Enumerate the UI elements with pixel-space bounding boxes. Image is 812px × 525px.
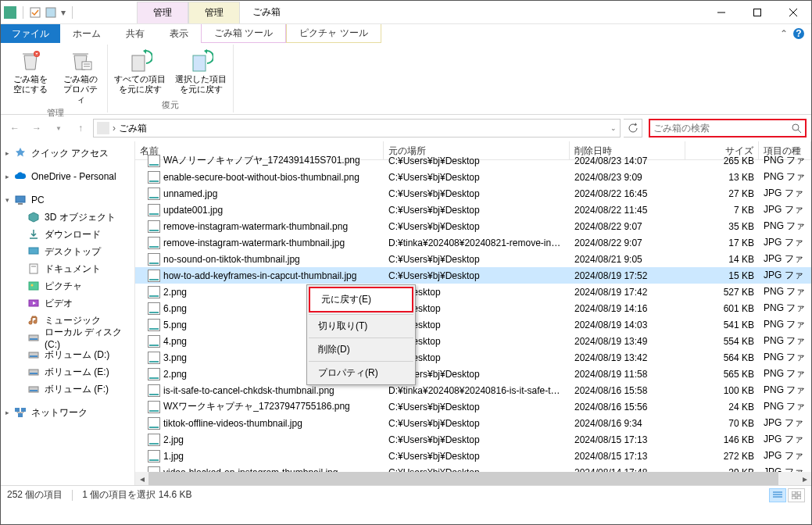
file-row[interactable]: remove-instagram-watermark-thumbnail.png… xyxy=(135,218,811,234)
ribbon-restore-selected[interactable]: 選択した項目 を元に戻す xyxy=(172,45,230,99)
sidebar-item[interactable]: ボリューム (E:) xyxy=(1,363,134,380)
file-row[interactable]: video-blocked-on-instagram-thumbnail.jpg… xyxy=(135,464,811,472)
view-thumbnails-button[interactable] xyxy=(788,488,805,502)
folder-icon xyxy=(27,245,40,258)
search-box[interactable] xyxy=(649,119,807,138)
file-row[interactable]: how-to-add-keyframes-in-capcut-thumbnail… xyxy=(135,267,811,284)
file-icon xyxy=(148,417,160,430)
ribbon-collapse-icon[interactable]: ⌃ xyxy=(780,28,788,39)
file-icon xyxy=(148,434,160,446)
file-row[interactable]: 3.png¥bj¥Desktop2024/08/19 13:42564 KBPN… xyxy=(135,349,811,366)
svg-text:?: ? xyxy=(796,28,801,39)
context-cut[interactable]: 切り取り(T) xyxy=(307,315,415,338)
folder-icon xyxy=(27,280,40,292)
maximize-button[interactable] xyxy=(739,1,775,24)
sidebar-onedrive[interactable]: ▸ OneDrive - Personal xyxy=(1,168,134,185)
svg-rect-16 xyxy=(16,196,25,202)
file-row[interactable]: no-sound-on-tiktok-thumbnail.jpgC:¥Users… xyxy=(135,251,811,267)
file-row[interactable]: 5.png¥bj¥Desktop2024/08/19 14:03541 KBPN… xyxy=(135,316,811,333)
file-row[interactable]: is-it-safe-to-cancel-chkdsk-thumbnail.pn… xyxy=(135,382,811,398)
file-row[interactable]: 4.png¥bj¥Desktop2024/08/19 13:49554 KBPN… xyxy=(135,333,811,349)
file-icon xyxy=(148,352,160,364)
nav-back[interactable]: ← xyxy=(5,119,24,138)
svg-rect-25 xyxy=(30,338,38,340)
file-row[interactable]: enable-secure-boot-without-bios-thumbnai… xyxy=(135,169,811,185)
svg-rect-31 xyxy=(30,390,38,391)
context-properties[interactable]: プロパティ(R) xyxy=(307,362,415,384)
sidebar-quick-access[interactable]: ▸ クイック アクセス xyxy=(1,145,134,162)
search-icon[interactable] xyxy=(791,123,802,134)
file-row[interactable]: remove-instagram-watermark-thumbnail.jpg… xyxy=(135,234,811,251)
view-details-button[interactable] xyxy=(769,488,786,502)
folder-icon xyxy=(27,331,40,344)
refresh-button[interactable] xyxy=(624,119,642,138)
breadcrumb-location[interactable]: ごみ箱 xyxy=(119,122,147,135)
file-row[interactable]: 6.png¥bj¥Desktop2024/08/19 14:16601 KBPN… xyxy=(135,300,811,316)
scroll-right-icon[interactable]: ▸ xyxy=(798,472,811,485)
qat-item-icon[interactable] xyxy=(45,7,56,18)
file-icon xyxy=(148,319,160,331)
file-row[interactable]: unnamed.jpgC:¥Users¥bj¥Desktop2024/08/22… xyxy=(135,185,811,202)
qat-checkbox-icon[interactable] xyxy=(30,7,41,18)
tab-recycle-tools[interactable]: ごみ箱 ツール xyxy=(201,24,286,43)
tab-share[interactable]: 共有 xyxy=(113,24,157,43)
file-row[interactable]: tiktok-offline-videos-thumbnail.jpgC:¥Us… xyxy=(135,415,811,431)
statusbar: 252 個の項目 1 個の項目を選択 14.6 KB xyxy=(1,485,811,504)
sidebar-item[interactable]: ビデオ xyxy=(1,295,134,312)
svg-rect-3 xyxy=(754,9,761,16)
file-row[interactable]: 1.jpgC:¥Users¥bj¥Desktop2024/08/15 17:13… xyxy=(135,448,811,464)
scroll-thumb[interactable] xyxy=(148,472,778,485)
breadcrumb-separator-icon[interactable]: › xyxy=(109,123,119,134)
help-icon[interactable]: ? xyxy=(792,27,805,40)
close-button[interactable] xyxy=(775,1,811,24)
sidebar-item[interactable]: 3D オブジェクト xyxy=(1,209,134,226)
file-row[interactable]: WAノリーノキャノブヤ_1724391415S701.pngC:¥Users¥b… xyxy=(135,152,811,169)
sidebar-item[interactable]: ドキュメント xyxy=(1,260,134,277)
cloud-icon xyxy=(14,170,27,183)
file-row[interactable]: WXワークキャプチャ_17237947755186.pngC:¥Users¥bj… xyxy=(135,398,811,415)
file-icon xyxy=(148,368,160,380)
sidebar-network[interactable]: ▸ ネットワーク xyxy=(1,404,134,421)
navigation-bar: ← → ▼ ↑ › ごみ箱 ⌄ xyxy=(1,115,811,141)
context-delete[interactable]: 削除(D) xyxy=(307,338,415,361)
sidebar-pc[interactable]: ▾ PC xyxy=(1,191,134,209)
file-icon xyxy=(148,286,160,298)
context-restore[interactable]: 元に戻す(E) xyxy=(309,287,413,312)
tab-home[interactable]: ホーム xyxy=(60,24,113,43)
tab-picture-tools[interactable]: ピクチャ ツール xyxy=(286,24,381,43)
contextual-tab-manage-2[interactable]: 管理 xyxy=(188,2,240,23)
file-icon xyxy=(148,335,160,348)
contextual-tab-manage-1[interactable]: 管理 xyxy=(137,2,188,23)
horizontal-scrollbar[interactable]: ◂ ▸ xyxy=(135,472,811,485)
sidebar-item[interactable]: ボリューム (F:) xyxy=(1,380,134,398)
nav-up[interactable]: ↑ xyxy=(71,119,90,138)
tab-view[interactable]: 表示 xyxy=(157,24,201,43)
file-row[interactable]: update001.jpgC:¥Users¥bj¥Desktop2024/08/… xyxy=(135,202,811,218)
ribbon-bin-properties[interactable]: ごみ箱の プロパティ xyxy=(57,45,104,107)
folder-icon xyxy=(27,262,40,275)
file-row[interactable]: 2.pngC:¥Users¥bj¥Desktop2024/08/19 11:58… xyxy=(135,366,811,382)
nav-recent-dropdown[interactable]: ▼ xyxy=(49,119,68,138)
svg-rect-17 xyxy=(18,203,23,205)
file-icon xyxy=(148,155,160,167)
file-icon xyxy=(148,171,160,184)
minimize-button[interactable] xyxy=(703,1,739,24)
sidebar-item[interactable]: ダウンロード xyxy=(1,226,134,243)
tab-file[interactable]: ファイル xyxy=(1,24,60,43)
file-row[interactable]: 2.jpgC:¥Users¥bj¥Desktop2024/08/15 17:13… xyxy=(135,431,811,448)
address-dropdown-icon[interactable]: ⌄ xyxy=(610,124,617,132)
sidebar-item[interactable]: デスクトップ xyxy=(1,243,134,260)
file-icon xyxy=(148,302,160,315)
address-bar[interactable]: › ごみ箱 ⌄ xyxy=(93,119,621,138)
sidebar-item[interactable]: ピクチャ xyxy=(1,277,134,295)
file-icon xyxy=(148,384,160,397)
nav-forward[interactable]: → xyxy=(27,119,46,138)
ribbon-empty-bin[interactable]: ごみ箱を 空にする xyxy=(7,45,54,107)
search-input[interactable] xyxy=(653,123,791,134)
sidebar-item[interactable]: ローカル ディスク (C:) xyxy=(1,329,134,346)
ribbon-restore-all[interactable]: すべての項目 を元に戻す xyxy=(111,45,169,99)
context-menu: 元に戻す(E) 切り取り(T) 削除(D) プロパティ(R) xyxy=(306,284,416,385)
qat-dropdown-icon[interactable]: ▾ xyxy=(61,7,66,18)
scroll-left-icon[interactable]: ◂ xyxy=(135,472,148,485)
file-row[interactable]: 2.png¥bj¥Desktop2024/08/19 17:42527 KBPN… xyxy=(135,284,811,300)
